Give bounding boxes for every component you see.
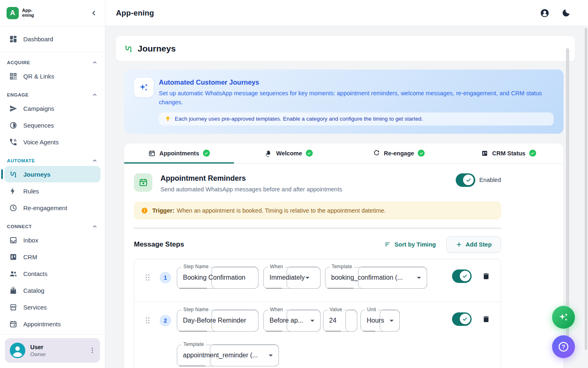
- unit-select[interactable]: Unit Hours: [361, 310, 400, 332]
- ai-assistant-button[interactable]: [552, 306, 575, 329]
- step-toggle[interactable]: [452, 312, 472, 326]
- tab-label: Welcome: [276, 150, 302, 157]
- add-step-button[interactable]: Add Step: [446, 236, 501, 253]
- sort-label: Sort by Timing: [394, 241, 436, 248]
- app-logo-text: App-ening: [22, 8, 34, 18]
- info-icon: [141, 207, 148, 214]
- chevron-up-icon: [92, 224, 98, 229]
- account-icon[interactable]: [540, 8, 550, 18]
- sidebar-item-label: Re-engagement: [23, 204, 67, 211]
- chevron-down-icon: [269, 355, 273, 357]
- when-select[interactable]: When Before ap...: [263, 310, 321, 332]
- sidebar-section-acquire[interactable]: ACQUIRE: [4, 57, 100, 68]
- sidebar-item-re-engagement[interactable]: Re-engagement: [4, 200, 100, 216]
- drag-handle-icon[interactable]: [145, 274, 150, 281]
- step-name-field[interactable]: Step Name Booking Confirmation: [177, 267, 258, 289]
- scroll-area: Automated Customer Journeys Set up autom…: [116, 61, 575, 368]
- phone-icon: [9, 138, 18, 146]
- steps-list: 1 Step Name Booking Confirmation: [134, 259, 501, 368]
- calendar-icon: [148, 150, 156, 157]
- topbar-title: App-ening: [116, 9, 154, 18]
- tab-crm-status[interactable]: CRM Status: [454, 144, 564, 163]
- chevron-up-icon: [92, 60, 98, 65]
- sidebar-item-label: Rules: [23, 188, 39, 195]
- section-subtitle: Send automated WhatsApp messages before …: [160, 186, 456, 193]
- banner-description: Set up automatic WhatsApp message sequen…: [159, 89, 554, 107]
- drag-handle-icon[interactable]: [145, 316, 150, 324]
- topbar: App-ening: [105, 0, 588, 26]
- journeys-panel: Appointments Welcome Re-engage: [124, 144, 564, 368]
- app-logo: A App-ening: [7, 7, 34, 19]
- delete-step-icon[interactable]: [482, 272, 490, 280]
- send-icon: [9, 104, 18, 113]
- page-scrollbar[interactable]: [585, 28, 587, 350]
- sidebar-item-crm[interactable]: CRM: [4, 249, 100, 265]
- tab-appointments[interactable]: Appointments: [124, 144, 234, 163]
- field-value: appointment_reminder (...: [183, 352, 258, 359]
- dark-mode-icon[interactable]: [561, 8, 571, 18]
- field-value: booking_confirmation (...: [331, 274, 403, 281]
- template-select[interactable]: Template booking_confirmation (...: [325, 267, 427, 289]
- sidebar-item-sequences[interactable]: Sequences: [4, 117, 100, 133]
- logo-line2: ening: [22, 13, 34, 18]
- shopping-bag-icon: [9, 286, 18, 295]
- chevron-down-icon: [390, 320, 394, 322]
- tab-label: Re-engage: [384, 150, 414, 157]
- step-toggle[interactable]: [452, 269, 472, 283]
- enabled-toggle[interactable]: [456, 173, 475, 187]
- kanban-icon: [481, 150, 488, 157]
- sidebar-item-label: Campaigns: [23, 105, 54, 112]
- trigger-note: Trigger: When an appointment is booked. …: [134, 202, 501, 220]
- field-label: When: [268, 307, 285, 312]
- sidebar-collapse-icon[interactable]: [90, 9, 98, 17]
- tab-re-engage[interactable]: Re-engage: [344, 144, 454, 163]
- add-step-label: Add Step: [466, 241, 492, 248]
- template-select[interactable]: Template appointment_reminder (...: [177, 345, 279, 366]
- field-value: Booking Confirmation: [183, 274, 245, 281]
- user-menu-icon[interactable]: [89, 347, 95, 354]
- sidebar-item-label: Inbox: [23, 237, 38, 244]
- sidebar-item-label: Appointments: [23, 321, 61, 328]
- tab-label: Appointments: [159, 150, 199, 157]
- sidebar-item-voice-agents[interactable]: Voice Agents: [4, 134, 100, 150]
- sidebar-item-journeys[interactable]: Journeys: [4, 166, 100, 182]
- sidebar-item-dashboard[interactable]: Dashboard: [4, 31, 100, 47]
- sidebar-item-appointments[interactable]: Appointments: [4, 316, 100, 332]
- plus-icon: [456, 241, 462, 248]
- sort-by-timing-button[interactable]: Sort by Timing: [384, 241, 436, 248]
- sidebar-item-label: Voice Agents: [23, 139, 59, 146]
- content: Journeys Automated Customer Journeys Set…: [105, 26, 588, 368]
- banner-title: Automated Customer Journeys: [159, 79, 554, 86]
- info-banner: Automated Customer Journeys Set up autom…: [124, 70, 564, 134]
- delete-step-icon[interactable]: [482, 315, 490, 323]
- sidebar-item-catalog[interactable]: Catalog: [4, 282, 100, 298]
- sidebar-section-engage[interactable]: ENGAGE: [4, 90, 100, 100]
- calendar-icon: [134, 173, 152, 192]
- sidebar-item-label: Catalog: [23, 287, 45, 294]
- sidebar-item-qr-links[interactable]: QR & Links: [4, 68, 100, 84]
- sort-icon: [384, 241, 391, 248]
- sidebar-item-rules[interactable]: Rules: [4, 183, 100, 199]
- sidebar-item-contacts[interactable]: Contacts: [4, 265, 100, 282]
- step-name-field[interactable]: Step Name Day-Before Reminder: [177, 310, 258, 332]
- field-label: Unit: [365, 307, 378, 312]
- section-title: Appointment Reminders: [160, 174, 456, 183]
- qr-code-icon: [9, 72, 18, 81]
- sidebar-section-automate[interactable]: AUTOMATE: [4, 155, 100, 166]
- steps-title: Message Steps: [134, 240, 384, 249]
- sidebar-item-campaigns[interactable]: Campaigns: [4, 100, 100, 117]
- help-icon: ?: [557, 341, 570, 353]
- user-card[interactable]: User Owner: [5, 338, 100, 363]
- tab-welcome[interactable]: Welcome: [234, 144, 344, 163]
- sidebar-item-label: Dashboard: [23, 36, 53, 43]
- sidebar-item-inbox[interactable]: Inbox: [4, 232, 100, 248]
- field-label: Value: [327, 307, 344, 312]
- help-button[interactable]: ?: [552, 335, 575, 358]
- sidebar-item-services[interactable]: Services: [4, 299, 100, 315]
- step-row-2: 2 Step Name Day-Before Reminder: [134, 302, 501, 368]
- appointments-panel: Appointment Reminders Send automated Wha…: [124, 164, 564, 368]
- sidebar-section-connect[interactable]: CONNECT: [4, 221, 100, 232]
- people-icon: [9, 269, 18, 278]
- when-select[interactable]: When Immediately: [263, 267, 321, 289]
- value-field[interactable]: Value 24: [323, 310, 357, 332]
